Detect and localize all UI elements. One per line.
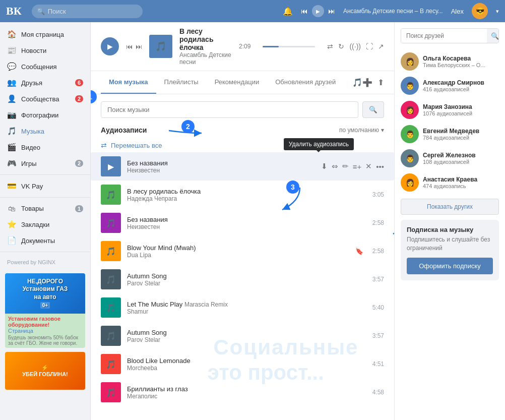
audio-artist-1: Неизвестен <box>127 167 315 174</box>
topbar-username[interactable]: Alex <box>451 8 464 15</box>
shuffle-all-button[interactable]: ⇄ Перемешать все <box>91 138 394 152</box>
fullscreen-icon[interactable]: ⛶ <box>366 42 373 50</box>
sidebar-item-communities[interactable]: 👤 Сообщества 2 <box>0 91 90 107</box>
sidebar-item-vkpay[interactable]: 💳 VK Pay <box>0 178 90 194</box>
sidebar-label-news: Новости <box>21 47 46 54</box>
friend-sub-5: 108 аудиозаписей <box>423 159 499 165</box>
delete-icon[interactable]: ✕ <box>365 162 372 171</box>
vk-logo[interactable]: ВК <box>6 5 22 18</box>
sidebar-ad-1-text: Установим газовое оборудование! Страница… <box>5 314 85 348</box>
tab-playlists[interactable]: Плейлисты <box>156 71 207 94</box>
player-info: В лесу родилась ёлочка Ансамбль Детские … <box>179 27 232 66</box>
audio-item-4[interactable]: 🎵 Blow Your Mind (Mwah) Dua Lipa 🔖 2:58 <box>91 237 394 265</box>
shuffle-icon[interactable]: ⇄ <box>327 42 333 50</box>
sidebar-item-music[interactable]: 🎵 Музыка <box>0 123 90 139</box>
music-search-input[interactable] <box>101 101 358 118</box>
add-playlist-icon[interactable]: 🎵➕ <box>352 78 372 87</box>
show-others-button[interactable]: Показать других <box>401 199 499 215</box>
audio-item-8[interactable]: 🎵 Blood Like Lemonade Morcheeba 4:51 <box>91 350 394 378</box>
more-icon[interactable]: ••• <box>376 162 384 171</box>
notification-bell-icon[interactable]: 🔔 <box>283 7 293 16</box>
topbar-search-input[interactable] <box>32 5 143 18</box>
audio-thumb-1: ▶ <box>101 156 121 176</box>
audio-sort-dropdown[interactable]: по умолчанию ▾ <box>339 127 384 134</box>
sidebar-item-mypage[interactable]: 🏠 Моя страница <box>0 26 90 42</box>
sidebar-item-friends[interactable]: 👥 Друзья 6 <box>0 75 90 91</box>
sidebar-label-games: Игры <box>21 160 37 167</box>
audio-artist-6: Shamur <box>127 308 366 315</box>
communities-badge: 2 <box>75 95 83 102</box>
audio-item-5[interactable]: 🎵 Autumn Song Parov Stelar 3:57 <box>91 265 394 293</box>
music-search-button[interactable]: 🔍 <box>362 101 384 118</box>
player-prev-icon[interactable]: ⏮ <box>126 43 133 50</box>
friend-name-2: Александр Смирнов <box>423 79 499 86</box>
music-icon: 🎵 <box>7 127 16 136</box>
subscription-desc: Подпишитесь и слушайте без ограничений <box>407 235 493 253</box>
upload-music-icon[interactable]: ⬆ <box>377 78 384 87</box>
audio-item-7[interactable]: 🎵 Autumn Song Parov Stelar 3:57 <box>91 322 394 350</box>
friend-avatar-2: 👨 <box>401 77 419 95</box>
sidebar-item-goods[interactable]: 🛍 Товары 1 <box>0 201 90 216</box>
player-next-icon[interactable]: ⏭ <box>136 43 142 50</box>
sidebar-item-bookmarks[interactable]: ⭐ Закладки <box>0 216 90 232</box>
repeat-icon[interactable]: ↻ <box>338 42 344 50</box>
sidebar-item-messages[interactable]: 💬 Сообщения <box>0 58 90 75</box>
audio-info-5: Autumn Song Parov Stelar <box>127 272 366 287</box>
add-to-playlist-icon[interactable]: ≡+ <box>353 162 362 171</box>
sidebar-item-photos[interactable]: 📷 Фотографии <box>0 107 90 123</box>
audio-title-6: Let The Music Play Marascia Remix <box>127 301 366 308</box>
audio-duration-8: 4:51 <box>372 361 384 368</box>
topbar-play-button[interactable]: ▶ <box>312 5 324 17</box>
sidebar-ad-2[interactable]: ⚡УБЕЙ ГОБЛИНА! <box>5 352 85 390</box>
sidebar-ad-1[interactable]: НЕ,ДОРОГОУстановим ГАЗна авто0+ Установи… <box>5 273 85 348</box>
volume-icon[interactable]: ((·)) <box>349 42 361 50</box>
friend-item-1[interactable]: 👩 Ольга Косарева Тима Белорусских – О... <box>401 49 499 74</box>
audio-title-5: Autumn Song <box>127 272 366 280</box>
audio-item-6[interactable]: 🎵 Let The Music Play Marascia Remix Sham… <box>91 293 394 322</box>
friend-item-6[interactable]: 👩 Анастасия Краева 474 аудиозапись <box>401 170 499 195</box>
audio-artist-2: Надежда Чепрага <box>127 195 366 202</box>
sidebar-item-docs[interactable]: 📄 Документы <box>0 232 90 249</box>
friends-search-input[interactable] <box>401 29 487 43</box>
tab-my-music[interactable]: Моя музыка <box>101 71 156 94</box>
topbar-dropdown-icon[interactable]: ▾ <box>496 8 499 15</box>
games-icon: 🎮 <box>7 159 16 168</box>
sidebar-item-games[interactable]: 🎮 Игры 2 <box>0 155 90 171</box>
sidebar: 🏠 Моя страница 📰 Новости 💬 Сообщения 👥 Д… <box>0 22 91 420</box>
friend-item-3[interactable]: 👩 Мария Занозина 1076 аудиозаписей <box>401 98 499 122</box>
sidebar-item-news[interactable]: 📰 Новости <box>0 42 90 58</box>
audio-item-2[interactable]: 🎵 В лесу родилась ёлочка Надежда Чепрага… <box>91 181 394 209</box>
audio-item-9[interactable]: 🎵 Бриллианты из глаз Мегаполис 4:58 <box>91 378 394 406</box>
topbar-avatar[interactable]: 😎 <box>472 3 488 19</box>
friend-item-2[interactable]: 👨 Александр Смирнов 416 аудиозаписей <box>401 74 499 98</box>
tabs-right-actions: 🎵➕ ⬆ <box>352 78 384 87</box>
messages-icon: 💬 <box>7 62 16 71</box>
edit-icon[interactable]: ✏ <box>342 162 349 171</box>
friend-item-4[interactable]: 👨 Евгений Медведев 784 аудиозаписей <box>401 122 499 146</box>
topbar: ВК 🔍 🔔 ⏮ ▶ ⏭ Ансамбль Детские песни – В … <box>0 0 505 22</box>
player-progress-bar[interactable] <box>263 46 315 47</box>
tab-friends-updates[interactable]: Обновления друзей <box>267 71 344 94</box>
tab-recommendations[interactable]: Рекомендации <box>207 71 268 94</box>
repost-icon[interactable]: ⇔ <box>332 162 338 171</box>
audio-info-3: Без названия Неизвестен <box>127 216 366 230</box>
friend-item-5[interactable]: 👨 Сергей Железнов 108 аудиозаписей <box>401 146 499 170</box>
next-track-icon[interactable]: ⏭ <box>328 7 335 15</box>
sidebar-item-video[interactable]: 🎬 Видео <box>0 139 90 155</box>
audio-item-3[interactable]: 🎵 Без названия Неизвестен 2:58 <box>91 209 394 237</box>
annotation-2: 2 <box>181 120 195 133</box>
friends-search-wrap: 🔍 <box>401 28 499 43</box>
player-play-button[interactable]: ▶ <box>101 37 119 55</box>
prev-track-icon[interactable]: ⏮ <box>301 7 308 15</box>
audio-item-1[interactable]: ▶ Без названия Неизвестен Удалить аудиоз… <box>91 152 394 181</box>
friends-search-button[interactable]: 🔍 <box>487 29 499 43</box>
bookmark-icon-4[interactable]: 🔖 <box>355 248 363 255</box>
subscription-button[interactable]: Оформить подписку <box>407 258 493 274</box>
audio-duration-7: 3:57 <box>372 332 384 339</box>
download-icon[interactable]: ⬇ <box>321 162 328 171</box>
friend-info-2: Александр Смирнов 416 аудиозаписей <box>423 79 499 92</box>
player-prev-next: ⏮ ⏭ <box>126 43 142 50</box>
share-icon[interactable]: ↗ <box>378 42 384 50</box>
news-icon: 📰 <box>7 46 16 55</box>
audio-thumb-8: 🎵 <box>101 354 121 374</box>
